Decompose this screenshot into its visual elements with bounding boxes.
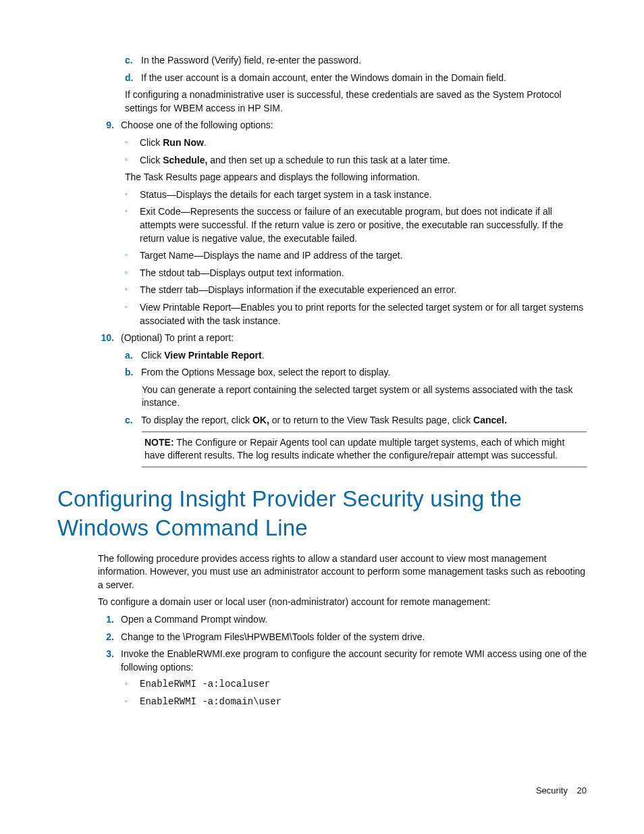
document-page: c. In the Password (Verify) field, re-en… <box>0 0 644 754</box>
page-footer: Security 20 <box>536 785 587 797</box>
text: In the Password (Verify) field, re-enter… <box>141 54 587 68</box>
bullet-icon: ◦ <box>125 284 140 297</box>
bold: OK, <box>252 415 269 425</box>
t: . <box>204 137 207 148</box>
paragraph: If configuring a nonadministrative user … <box>57 88 587 115</box>
t: Click <box>141 350 164 361</box>
section-heading: Configuring Insight Provider Security us… <box>57 485 587 543</box>
marker-3: 3. <box>98 648 121 674</box>
text: The stdout tab—Displays output text info… <box>140 267 587 280</box>
bullet-icon: ◦ <box>125 205 140 245</box>
marker-b: b. <box>125 366 141 380</box>
bullet-icon: ◦ <box>125 696 140 709</box>
list-item: ◦ The stderr tab—Displays information if… <box>57 284 587 297</box>
marker-1: 1. <box>98 613 121 627</box>
bold: View Printable Report <box>164 350 261 361</box>
list-item: c. In the Password (Verify) field, re-en… <box>57 54 587 68</box>
list-item-10: 10. (Optional) To print a report: <box>57 332 587 345</box>
t: and then set up a schedule to run this t… <box>207 155 450 165</box>
list-item-1: 1. Open a Command Prompt window. <box>57 613 587 627</box>
list-item-9: 9. Choose one of the following options: <box>57 119 587 132</box>
text: Click Run Now. <box>140 136 587 150</box>
bullet-icon: ◦ <box>125 188 140 202</box>
text: Target Name—Displays the name and IP add… <box>140 249 587 263</box>
bold: Schedule, <box>163 155 207 165</box>
footer-page-number: 20 <box>577 785 587 796</box>
t: Click <box>140 137 163 148</box>
text: Invoke the EnableRWMI.exe program to con… <box>121 648 587 674</box>
text: Click Schedule, and then set up a schedu… <box>140 154 587 167</box>
bullet-icon: ◦ <box>125 678 140 692</box>
text: Exit Code—Represents the success or fail… <box>140 205 587 245</box>
text: Open a Command Prompt window. <box>121 613 587 627</box>
list-item: ◦ Target Name—Displays the name and IP a… <box>57 249 587 263</box>
paragraph: To configure a domain user or local user… <box>57 596 587 609</box>
list-item: ◦ Status—Displays the details for each t… <box>57 188 587 202</box>
list-item: ◦ View Printable Report—Enables you to p… <box>57 301 587 328</box>
note-box: NOTE: The Configure or Repair Agents too… <box>142 432 587 467</box>
paragraph: The Task Results page appears and displa… <box>57 171 587 184</box>
bullet-icon: ◦ <box>125 154 140 167</box>
bullet-icon: ◦ <box>125 136 140 150</box>
t: Click <box>140 155 163 165</box>
list-item-2: 2. Change to the \Program Files\HPWBEM\T… <box>57 631 587 644</box>
text: The stderr tab—Displays information if t… <box>140 284 587 297</box>
list-item: ◦ The stdout tab—Displays output text in… <box>57 267 587 280</box>
bold: Cancel. <box>473 415 507 425</box>
t: or to return to the View Task Results pa… <box>269 415 473 425</box>
marker-c2: c. <box>125 414 141 427</box>
text: Status—Displays the details for each tar… <box>140 188 587 202</box>
code-text: EnableRWMI -a:localuser <box>140 678 587 692</box>
list-item: c. To display the report, click OK, or t… <box>57 414 587 427</box>
text: View Printable Report—Enables you to pri… <box>140 301 587 328</box>
list-item-3: 3. Invoke the EnableRWMI.exe program to … <box>57 648 587 674</box>
marker-2: 2. <box>98 631 121 644</box>
text: If the user account is a domain account,… <box>141 72 587 85</box>
list-item: ◦ EnableRWMI -a:localuser <box>57 678 587 692</box>
footer-section: Security <box>536 785 568 796</box>
list-item: b. From the Options Message box, select … <box>57 366 587 380</box>
t: . <box>262 350 265 361</box>
marker-c: c. <box>125 54 141 68</box>
bold: Run Now <box>163 137 204 148</box>
t: To display the report, click <box>141 415 252 425</box>
list-item: ◦ Click Schedule, and then set up a sche… <box>57 154 587 167</box>
text: Choose one of the following options: <box>121 119 587 132</box>
text: Click View Printable Report. <box>141 349 587 363</box>
text: (Optional) To print a report: <box>121 332 587 345</box>
paragraph: You can generate a report containing the… <box>57 384 587 410</box>
list-item: ◦ Click Run Now. <box>57 136 587 150</box>
list-item: d. If the user account is a domain accou… <box>57 72 587 85</box>
bullet-icon: ◦ <box>125 301 140 328</box>
paragraph: The following procedure provides access … <box>57 552 587 592</box>
text: To display the report, click OK, or to r… <box>141 414 587 427</box>
note-label: NOTE: <box>144 437 174 448</box>
text: From the Options Message box, select the… <box>141 366 587 380</box>
list-item: a. Click View Printable Report. <box>57 349 587 363</box>
bullet-icon: ◦ <box>125 267 140 280</box>
note-text: The Configure or Repair Agents tool can … <box>144 437 564 461</box>
marker-10: 10. <box>98 332 121 345</box>
text: Change to the \Program Files\HPWBEM\Tool… <box>121 631 587 644</box>
list-item: ◦ Exit Code—Represents the success or fa… <box>57 205 587 245</box>
code-text: EnableRWMI -a:domain\user <box>140 696 587 709</box>
list-item: ◦ EnableRWMI -a:domain\user <box>57 696 587 709</box>
marker-a: a. <box>125 349 141 363</box>
marker-9: 9. <box>98 119 121 132</box>
bullet-icon: ◦ <box>125 249 140 263</box>
marker-d: d. <box>125 72 141 85</box>
